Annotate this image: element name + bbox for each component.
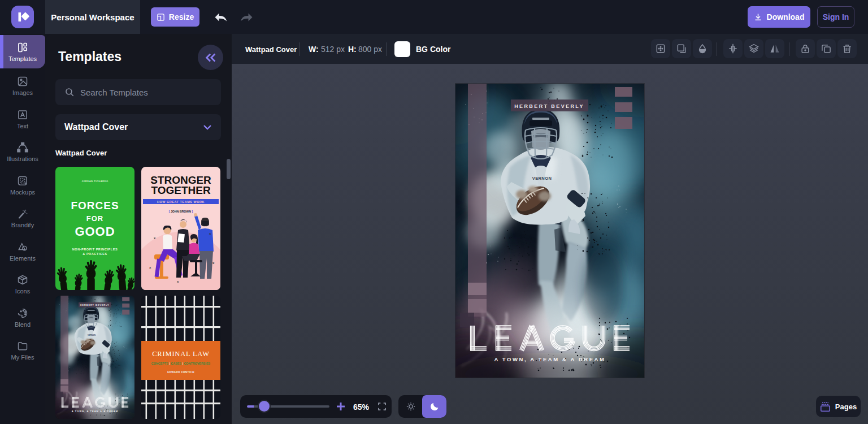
svg-text:& PRACTICES: & PRACTICES (83, 252, 107, 256)
svg-text:FORCES: FORCES (71, 200, 119, 211)
svg-text:CONCEPTS | CASES | CONTROVERSI: CONCEPTS | CASES | CONTROVERSIES (151, 362, 211, 365)
svg-text:JORDAN PICHARDO: JORDAN PICHARDO (81, 180, 108, 183)
svg-text:CRIMINAL LAW: CRIMINAL LAW (152, 350, 210, 358)
svg-text:[ JOHN BROWN ]: [ JOHN BROWN ] (169, 210, 193, 213)
svg-text:GOOD: GOOD (75, 224, 115, 239)
svg-text:HOW GREAT TEAMS WORK: HOW GREAT TEAMS WORK (157, 200, 205, 204)
svg-text:TOGETHER: TOGETHER (151, 184, 210, 196)
svg-text:NON-PROFIT PRINCIPLES: NON-PROFIT PRINCIPLES (72, 248, 118, 251)
svg-text:EDWARD FONTICH: EDWARD FONTICH (167, 371, 194, 374)
svg-text:FOR: FOR (86, 214, 103, 223)
